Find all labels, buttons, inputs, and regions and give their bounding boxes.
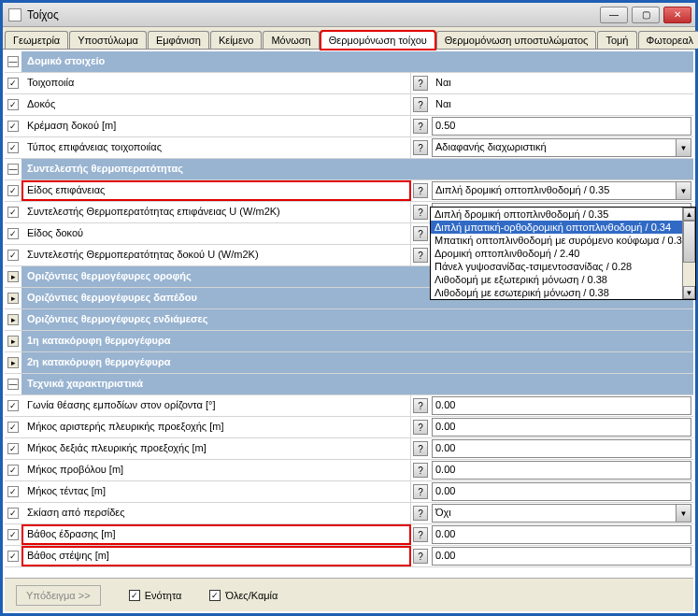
row-checkbox[interactable]: ✓ [7, 422, 19, 433]
row-checkbox[interactable]: ✓ [7, 99, 19, 110]
help-button[interactable]: ? [413, 398, 428, 413]
row-checkbox[interactable]: ✓ [7, 121, 19, 132]
tabs: Γεωμετρία Υποστύλωμα Εμφάνιση Κείμενο Μό… [3, 27, 695, 50]
section-toggle[interactable]: — [7, 379, 19, 390]
row-checkbox[interactable]: ✓ [7, 78, 19, 89]
help-button[interactable]: ? [413, 97, 428, 112]
row-right-overhang: ✓ Μήκος δεξιάς πλευρικής προεξοχής [m] ?… [5, 438, 693, 460]
dropdown-option[interactable]: Διπλή δρομική οπτοπλινθοδομή / 0.35 [431, 208, 695, 221]
row-checkbox[interactable]: ✓ [7, 142, 19, 153]
dropdown-option[interactable]: Διπλή μπατική-ορθοδρομική οπτοπλινθοδομή… [431, 221, 695, 234]
row-blinds-shade: ✓ Σκίαση από περσίδες ? Όχι▼ [5, 503, 693, 524]
help-button[interactable]: ? [413, 226, 428, 241]
row-value[interactable]: 0.00 [432, 461, 691, 480]
minimize-button[interactable]: — [600, 7, 628, 23]
row-value[interactable]: 0.00 [432, 482, 691, 501]
help-button[interactable]: ? [413, 248, 428, 263]
scroll-thumb[interactable] [683, 221, 695, 263]
row-horizon-angle: ✓ Γωνία θέασης εμποδίων στον ορίζοντα [°… [5, 395, 693, 417]
row-checkbox[interactable]: ✓ [7, 529, 19, 540]
section-toggle[interactable]: — [7, 164, 19, 175]
tab-text[interactable]: Κείμενο [210, 31, 263, 49]
scroll-down-button[interactable]: ▼ [683, 286, 695, 299]
row-checkbox[interactable]: ✓ [7, 465, 19, 476]
window: Τοίχος — ▢ ✕ Γεωμετρία Υποστύλωμα Εμφάνι… [0, 0, 698, 616]
row-value[interactable]: 0.00 [432, 439, 691, 458]
row-left-overhang: ✓ Μήκος αριστερής πλευρικής προεξοχής [m… [5, 417, 693, 438]
help-button[interactable]: ? [413, 183, 428, 198]
help-button[interactable]: ? [413, 549, 428, 564]
unity-checkbox[interactable]: ✓Ενότητα [129, 590, 182, 601]
dropdown-button[interactable]: ▼ [677, 138, 691, 157]
dropdown-list[interactable]: Διπλή δρομική οπτοπλινθοδομή / 0.35 Διπλ… [430, 207, 696, 300]
row-value[interactable]: 0.00 [432, 418, 691, 437]
row-checkbox[interactable]: ✓ [7, 228, 19, 239]
help-button[interactable]: ? [413, 527, 428, 542]
template-button[interactable]: Υπόδειγμα >> [16, 585, 101, 606]
allnone-checkbox[interactable]: ✓Όλες/Καμία [209, 590, 278, 601]
row-value[interactable]: Ναι [432, 95, 691, 114]
help-button[interactable]: ? [413, 506, 428, 521]
dropdown-option[interactable]: Μπατική οπτοπλινθοδομή με συρόμενο κούφω… [431, 234, 695, 247]
tab-geometry[interactable]: Γεωμετρία [5, 31, 68, 49]
row-checkbox[interactable]: ✓ [7, 185, 19, 196]
row-value[interactable]: 0.00 [432, 547, 691, 566]
content: — Δομικό στοιχείο ✓ Τοιχοποιία ? Ναι ✓ Δ… [3, 50, 695, 613]
tab-photoreal[interactable]: Φωτορεαλ [638, 31, 699, 49]
help-button[interactable]: ? [413, 119, 428, 134]
section-tb-v1: ▸ 1η κατακόρυφη θερμογέφυρα [5, 331, 693, 352]
close-button[interactable]: ✕ [663, 7, 691, 23]
section-expand[interactable]: ▸ [7, 293, 19, 304]
tab-column-thermal[interactable]: Θερμομόνωση υποστυλώματος [436, 31, 597, 49]
row-beam: ✓ Δοκός ? Ναι [5, 94, 693, 116]
row-value[interactable]: Αδιαφανής διαχωριστική [432, 138, 677, 157]
tab-wall-thermal[interactable]: Θερμομόνωση τοίχου [321, 31, 435, 50]
help-button[interactable]: ? [413, 441, 428, 456]
section-expand[interactable]: ▸ [7, 336, 19, 347]
dropdown-option[interactable]: Λιθοδομή με εσωτερική μόνωση / 0.38 [431, 286, 695, 299]
row-value[interactable]: Διπλή δρομική οπτοπλινθοδομή / 0.35 [432, 181, 677, 200]
tab-column[interactable]: Υποστύλωμα [69, 31, 147, 49]
dropdown-button[interactable]: ▼ [677, 504, 691, 523]
row-checkbox[interactable]: ✓ [7, 508, 19, 519]
row-label: Βάθος στέψης [m] [21, 546, 411, 566]
row-value[interactable]: Ναι [432, 74, 691, 93]
row-value[interactable]: 0.00 [432, 525, 691, 544]
section-expand[interactable]: ▸ [7, 271, 19, 282]
help-button[interactable]: ? [413, 420, 428, 435]
row-label: Συντελεστής Θερμοπερατότητας επιφάνειας … [21, 202, 411, 222]
section-expand[interactable]: ▸ [7, 357, 19, 368]
row-checkbox[interactable]: ✓ [7, 207, 19, 218]
section-label: Δομικό στοιχείο [21, 51, 693, 72]
titlebar: Τοίχος — ▢ ✕ [3, 3, 695, 27]
row-awning: ✓ Μήκος τέντας [m] ? 0.00 [5, 481, 693, 503]
row-checkbox[interactable]: ✓ [7, 486, 19, 497]
tab-appearance[interactable]: Εμφάνιση [148, 31, 209, 49]
help-button[interactable]: ? [413, 463, 428, 478]
help-button[interactable]: ? [413, 76, 428, 91]
dropdown-option[interactable]: Πάνελ γυψοσανίδας-τσιμεντοσανίδας / 0.28 [431, 260, 695, 273]
row-checkbox[interactable]: ✓ [7, 400, 19, 411]
row-checkbox[interactable]: ✓ [7, 551, 19, 562]
dropdown-button[interactable]: ▼ [677, 181, 691, 200]
scroll-up-button[interactable]: ▲ [683, 208, 695, 221]
help-button[interactable]: ? [413, 205, 428, 220]
row-checkbox[interactable]: ✓ [7, 443, 19, 454]
row-value[interactable]: Όχι [432, 504, 677, 523]
tab-insulation[interactable]: Μόνωση [263, 31, 319, 49]
help-button[interactable]: ? [413, 140, 428, 155]
row-label: Μήκος αριστερής πλευρικής προεξοχής [m] [21, 417, 411, 437]
dropdown-option[interactable]: Δρομική οπτοπλινθοδομή / 2.40 [431, 247, 695, 260]
dropdown-option[interactable]: Λιθοδομή με εξωτερική μόνωση / 0.38 [431, 273, 695, 286]
row-checkbox[interactable]: ✓ [7, 250, 19, 261]
row-label: Μήκος προβόλου [m] [21, 460, 411, 480]
help-button[interactable]: ? [413, 484, 428, 499]
row-value[interactable]: 0.00 [432, 396, 691, 415]
section-toggle[interactable]: — [7, 56, 19, 67]
maximize-button[interactable]: ▢ [632, 7, 660, 23]
section-expand[interactable]: ▸ [7, 314, 19, 325]
row-value[interactable]: 0.50 [432, 117, 691, 136]
row-label: Γωνία θέασης εμποδίων στον ορίζοντα [°] [21, 395, 411, 416]
tab-section[interactable]: Τομή [597, 31, 636, 49]
dropdown-scrollbar[interactable]: ▲ ▼ [682, 208, 695, 299]
